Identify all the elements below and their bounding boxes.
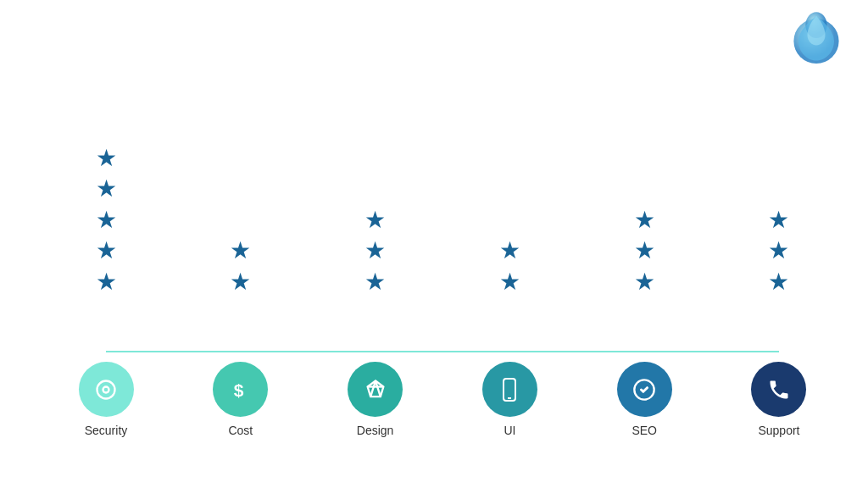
star-icon: ★ [96,143,117,174]
star-icon: ★ [634,267,655,297]
category-col-security: Security [51,362,161,437]
star-icon: ★ [230,236,251,266]
category-col-seo: SEO [589,362,699,437]
star-col-support: ★★★ [724,68,834,306]
star-icon: ★ [96,205,117,236]
cost-circle: $ [213,362,268,417]
star-icon: ★ [96,174,117,204]
star-icon: ★ [499,267,520,297]
chart-area: ★★★★★★★★★★★★★★★★★★ Security$CostDesignUI… [51,68,834,437]
design-label: Design [357,424,394,437]
ui-label: UI [504,424,515,437]
security-label: Security [85,424,128,437]
page-title [0,0,868,24]
category-col-design: Design [320,362,431,437]
security-circle [79,362,134,417]
stars-area: ★★★★★★★★★★★★★★★★★★ [51,68,834,306]
star-icon: ★ [96,267,117,297]
star-icon: ★ [634,236,655,266]
ui-circle [482,362,537,417]
star-icon: ★ [499,236,520,266]
star-icon: ★ [96,236,117,266]
star-icon: ★ [768,205,789,236]
star-col-design: ★★★ [320,68,431,306]
design-circle [348,362,403,417]
seo-circle [617,362,672,417]
star-icon: ★ [634,205,655,236]
support-label: Support [758,424,799,437]
star-icon: ★ [364,205,386,236]
star-icon: ★ [364,267,386,297]
connector-line [106,351,779,352]
category-col-cost: $Cost [186,362,296,437]
svg-text:$: $ [234,380,244,400]
categories-row: Security$CostDesignUISEOSupport [51,362,834,437]
drupal-drop-icon [787,8,846,68]
seo-label: SEO [632,424,657,437]
star-col-security: ★★★★★ [51,68,161,306]
star-col-cost: ★★ [186,68,296,306]
star-icon: ★ [230,267,251,297]
cost-label: Cost [228,424,253,437]
star-col-ui: ★★ [454,68,565,306]
star-icon: ★ [768,267,789,297]
star-icon: ★ [364,236,386,266]
svg-point-4 [104,387,108,391]
category-col-ui: UI [454,362,565,437]
star-col-seo: ★★★ [589,68,699,306]
star-icon: ★ [768,236,789,266]
category-col-support: Support [724,362,834,437]
support-circle [751,362,806,417]
drupal-logo [787,8,851,68]
